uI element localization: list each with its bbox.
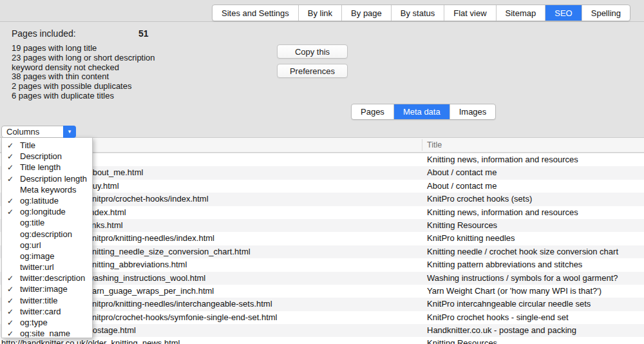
columns-menu-item[interactable]: ✓og:longitude [2, 206, 92, 217]
table-row[interactable]: http://handknitter.co.uk/knitpro/knittin… [0, 232, 644, 245]
title-cell: Knitting Resources [427, 337, 644, 344]
title-column-header[interactable]: Title [427, 138, 442, 152]
columns-popup-button[interactable]: Columns ▾ [1, 126, 76, 138]
tab-flat-view[interactable]: Flat view [444, 5, 496, 21]
check-icon: ✓ [7, 284, 20, 295]
columns-menu-item-label: og:url [20, 240, 41, 250]
table-row[interactable]: http://handknitter.co.uk Knitting news, … [0, 153, 644, 166]
columns-menu-item[interactable]: ✓twitter:image [2, 283, 92, 294]
columns-menu-item[interactable]: ✓Description length [2, 173, 92, 184]
columns-menu-item[interactable]: ✓twitter:title [2, 295, 92, 306]
check-icon: ✓ [7, 174, 20, 185]
check-icon: ✓ [7, 318, 20, 329]
columns-menu-item-label: og:latitude [20, 196, 59, 205]
table-row[interactable]: http://handknitter.co.uk/knitpro/knittin… [0, 298, 644, 311]
columns-menu-item[interactable]: og:url [2, 240, 92, 251]
columns-menu-item[interactable]: Meta keywords [2, 184, 92, 195]
columns-menu-item-label: og:description [20, 229, 72, 239]
stat-keyword-density: keyword density not checked [12, 63, 155, 73]
columns-menu-item-label: twitter:title [20, 296, 58, 305]
table-row[interactable]: http://handknitter.co.uk/knitting_abbrev… [0, 258, 644, 271]
column-divider [422, 139, 422, 151]
columns-menu-item-label: Title [20, 140, 35, 150]
stat-duplicate-titles: 6 pages with duplicate titles [12, 91, 155, 101]
table-row[interactable]: http://handknitter.co.uk/yarn_guage_wrap… [0, 285, 644, 298]
tab-sites-and-settings[interactable]: Sites and Settings [213, 5, 299, 21]
columns-menu-item[interactable]: og:image [2, 251, 92, 262]
title-cell: Yarn Weight Chart (or 'how many WPI is t… [427, 285, 644, 298]
columns-menu-item-label: Meta keywords [20, 185, 76, 195]
seo-summary-stats: 19 pages with long title 23 pages with l… [12, 44, 155, 101]
table-row[interactable]: http://handknitter.co.uk/links.html Knit… [0, 219, 644, 232]
stat-possible-duplicates: 2 pages with possible duplicates [12, 82, 155, 91]
table-row[interactable]: http://handknitter.co.uk/knitpro/crochet… [0, 193, 644, 205]
columns-menu-item-label: twitter:url [20, 262, 54, 272]
table-row[interactable]: http://handknitter.co.uk/washing_instruc… [0, 272, 644, 285]
check-icon: ✓ [7, 140, 20, 151]
columns-menu-item-label: og:image [20, 251, 54, 261]
columns-menu-item-label: twitter:image [20, 284, 68, 294]
table-row[interactable]: http://handknitter.co.uk/knitting_needle… [0, 245, 644, 258]
chevron-down-icon: ▾ [68, 129, 71, 135]
preferences-button[interactable]: Preferences [277, 64, 348, 78]
tab-by-page[interactable]: By page [342, 5, 392, 21]
copy-this-button[interactable]: Copy this [277, 44, 348, 59]
columns-popup-label: Columns [6, 126, 39, 137]
columns-menu-item-label: Description length [20, 174, 87, 184]
table-row[interactable]: http://handknitter.co.uk/postage.html Ha… [0, 324, 644, 337]
table-row[interactable]: http://handknitter.co.uk/older_knitting_… [0, 337, 644, 344]
tab-images[interactable]: Images [450, 104, 496, 119]
check-icon: ✓ [7, 196, 20, 207]
columns-menu-item[interactable]: ✓Title length [2, 162, 92, 173]
stat-thin-content: 38 pages with thin content [12, 72, 155, 82]
table-row[interactable]: http://handknitter.co.uk/buy.html About … [0, 180, 644, 193]
table-row[interactable]: http://handknitter.co.uk/knitpro/crochet… [0, 311, 644, 324]
tab-by-link[interactable]: By link [299, 5, 342, 21]
title-cell: KnitPro intercahngeable circular needle … [427, 298, 644, 311]
columns-menu-item[interactable]: ✓Description [2, 151, 92, 162]
title-cell: Washing instructions / symbols for a woo… [427, 272, 644, 285]
table-row[interactable]: http://handknitter.co.uk/index.html Knit… [0, 206, 644, 219]
columns-menu-item[interactable]: og:title [2, 217, 92, 228]
columns-menu-item[interactable]: ✓og:site_name [2, 328, 92, 338]
title-cell: About / contact me [427, 180, 644, 193]
title-cell: Knitting Resources [427, 219, 644, 232]
title-cell: Handknitter.co.uk - postage and packing [427, 324, 644, 337]
url-cell: http://handknitter.co.uk/older_knitting_… [1, 337, 180, 344]
tab-seo[interactable]: SEO [545, 5, 582, 21]
columns-menu: ✓Title ✓Description ✓Title length ✓Descr… [1, 137, 93, 338]
title-cell: KnitPro crochet hooks (sets) [427, 193, 644, 205]
main-tab-bar: Sites and Settings By link By page By st… [212, 5, 630, 21]
columns-menu-item[interactable]: twitter:url [2, 262, 92, 272]
meta-data-table: http://handknitter.co.uk Knitting news, … [0, 153, 644, 344]
stat-long-title: 19 pages with long title [12, 44, 155, 53]
tab-sitemap[interactable]: Sitemap [497, 5, 546, 21]
top-toolbar: Sites and Settings By link By page By st… [0, 0, 644, 22]
table-row[interactable]: http://handknitter.co.uk/about_me.html A… [0, 166, 644, 179]
tab-pages[interactable]: Pages [352, 104, 394, 119]
pages-included-label: Pages included: [12, 28, 76, 39]
data-view-tab-bar: Pages Meta data Images [351, 104, 496, 120]
check-icon: ✓ [7, 296, 20, 307]
title-cell: Knitting pattern abbreviations and stitc… [427, 258, 644, 271]
check-icon: ✓ [7, 329, 20, 338]
title-cell: KnitPro knitting needles [427, 232, 644, 245]
check-icon: ✓ [7, 307, 20, 318]
columns-menu-item[interactable]: ✓og:type [2, 317, 92, 328]
columns-menu-item[interactable]: ✓twitter:card [2, 306, 92, 317]
columns-menu-item-label: og:type [20, 318, 48, 327]
title-cell: Knitting needle / crochet hook size conv… [427, 245, 644, 258]
tab-by-status[interactable]: By status [392, 5, 444, 21]
columns-menu-item[interactable]: ✓twitter:description [2, 272, 92, 283]
columns-menu-item[interactable]: ✓og:latitude [2, 195, 92, 206]
tab-spelling[interactable]: Spelling [582, 5, 630, 21]
title-cell: Knitting news, information and resources [427, 153, 644, 166]
title-cell: About / contact me [427, 166, 644, 179]
columns-menu-item[interactable]: ✓Title [2, 140, 92, 151]
check-icon: ✓ [7, 273, 20, 284]
columns-menu-item[interactable]: og:description [2, 229, 92, 240]
pages-included-value: 51 [138, 28, 149, 39]
columns-menu-item-label: twitter:card [20, 307, 61, 316]
tab-meta-data[interactable]: Meta data [394, 104, 450, 119]
popup-arrow-cap[interactable]: ▾ [63, 126, 76, 138]
